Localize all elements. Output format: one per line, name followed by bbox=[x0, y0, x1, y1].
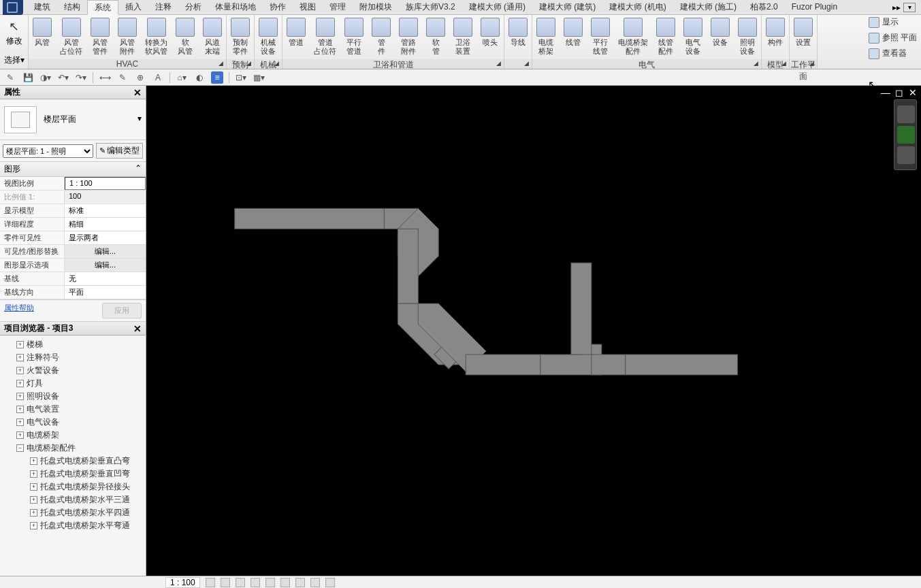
tree-node[interactable]: +火警设备 bbox=[1, 364, 144, 377]
tree-node[interactable]: +托盘式电缆桥架水平四通 bbox=[1, 506, 144, 519]
section-icon[interactable]: ◐ bbox=[193, 71, 206, 84]
ribbon-btn-0-6[interactable]: 风道末端 bbox=[199, 15, 226, 59]
tree-node[interactable]: +托盘式电缆桥架水平弯通 bbox=[1, 519, 144, 532]
tab-1[interactable]: 结构 bbox=[57, 0, 87, 14]
close-icon[interactable]: ✕ bbox=[133, 323, 142, 334]
ribbon-btn-5-5[interactable]: 电气设备 bbox=[679, 15, 707, 59]
ribbon-btn-3-1[interactable]: 管道占位符 bbox=[310, 15, 340, 59]
close-icon[interactable]: ✕ bbox=[133, 87, 142, 98]
prop-row[interactable]: 图形显示选项编辑... bbox=[0, 259, 146, 272]
3d-icon[interactable]: ⌂▾ bbox=[176, 71, 188, 84]
tab-8[interactable]: 视图 bbox=[293, 0, 323, 14]
tab-0[interactable]: 建筑 bbox=[27, 0, 57, 14]
ribbon-btn-3-2[interactable]: 平行管道 bbox=[340, 15, 368, 59]
ribbon-btn-4-0[interactable]: 导线 bbox=[504, 15, 532, 50]
ribbon-btn-2-0[interactable]: 机械设备 bbox=[255, 15, 282, 59]
properties-help-link[interactable]: 属性帮助 bbox=[4, 303, 34, 318]
show-button[interactable]: 显示 bbox=[869, 16, 917, 28]
status-icon[interactable] bbox=[325, 578, 335, 587]
ribbon-btn-1-0[interactable]: 预制零件 bbox=[227, 15, 254, 59]
modify-tool[interactable]: ↖ bbox=[7, 18, 22, 35]
ribbon-group-label[interactable]: 预制◢ bbox=[227, 59, 254, 69]
tree-node[interactable]: −电缆桥架配件 bbox=[1, 442, 144, 455]
open-icon[interactable]: ✎ bbox=[4, 71, 16, 84]
status-icon[interactable] bbox=[251, 578, 260, 587]
ref-plane-button[interactable]: 参照 平面 bbox=[869, 32, 917, 44]
ribbon-btn-5-1[interactable]: 线管 bbox=[560, 15, 587, 50]
tab-6[interactable]: 体量和场地 bbox=[208, 0, 263, 14]
tab-3[interactable]: 插入 bbox=[118, 0, 148, 14]
tab-11[interactable]: 族库大师V3.2 bbox=[399, 0, 462, 14]
undo-icon[interactable]: ↶▾ bbox=[57, 71, 69, 84]
tree-node[interactable]: +注释符号 bbox=[1, 351, 144, 364]
status-icon[interactable] bbox=[280, 578, 290, 587]
drawing-viewport[interactable]: — ◻ ✕ bbox=[146, 86, 921, 576]
ribbon-btn-5-2[interactable]: 平行线管 bbox=[587, 15, 614, 59]
view-scale[interactable]: 1 : 100 bbox=[165, 577, 200, 588]
ribbon-btn-5-0[interactable]: 电缆桥架 bbox=[532, 15, 560, 59]
prop-row[interactable]: 零件可见性显示两者 bbox=[0, 231, 146, 245]
edit-type-button[interactable]: ✎ 编辑类型 bbox=[96, 143, 143, 159]
tree-node[interactable]: +楼梯 bbox=[1, 338, 144, 351]
ribbon-btn-5-3[interactable]: 电缆桥架配件 bbox=[614, 15, 652, 59]
ribbon-btn-0-2[interactable]: 风管管件 bbox=[86, 15, 114, 59]
tab-16[interactable]: 柏慕2.0 bbox=[743, 0, 785, 14]
ribbon-btn-3-6[interactable]: 卫浴装置 bbox=[449, 15, 476, 59]
ribbon-btn-5-4[interactable]: 线管配件 bbox=[652, 15, 679, 59]
status-icon[interactable] bbox=[221, 578, 230, 587]
ribbon-group-label[interactable]: 电气◢ bbox=[532, 59, 761, 69]
ribbon-btn-7-0[interactable]: 设置 bbox=[790, 15, 817, 50]
ribbon-group-label[interactable]: 模型◢ bbox=[762, 59, 789, 69]
thin-lines-icon[interactable]: ≡ bbox=[211, 71, 223, 84]
tree-node[interactable]: +托盘式电缆桥架垂直凹弯 bbox=[1, 468, 144, 480]
tab-10[interactable]: 附加模块 bbox=[353, 0, 399, 14]
text-icon[interactable]: A bbox=[152, 71, 164, 84]
save-icon[interactable]: 💾 bbox=[22, 71, 34, 84]
align-icon[interactable]: ✎ bbox=[116, 71, 129, 84]
prop-row[interactable]: 显示模型标准 bbox=[0, 204, 146, 218]
tree-node[interactable]: +托盘式电缆桥架垂直凸弯 bbox=[1, 455, 144, 468]
ribbon-btn-0-5[interactable]: 软风管 bbox=[172, 15, 199, 59]
tab-15[interactable]: 建模大师 (施工) bbox=[673, 0, 743, 14]
tree-node[interactable]: +照明设备 bbox=[1, 390, 144, 403]
tab-9[interactable]: 管理 bbox=[323, 0, 353, 14]
dim-icon[interactable]: ⊕ bbox=[134, 71, 146, 84]
apply-button[interactable]: 应用 bbox=[102, 303, 142, 318]
type-selector[interactable]: 楼层平面▾ bbox=[44, 114, 142, 125]
status-icon[interactable] bbox=[236, 578, 245, 587]
redo-icon[interactable]: ↷▾ bbox=[75, 71, 87, 84]
ribbon-btn-5-6[interactable]: 设备 bbox=[707, 15, 734, 50]
ribbon-btn-3-4[interactable]: 管路附件 bbox=[395, 15, 422, 59]
ribbon-btn-3-0[interactable]: 管道 bbox=[282, 15, 310, 50]
app-logo[interactable] bbox=[3, 0, 23, 15]
ribbon-group-label[interactable]: 工作平面◢ bbox=[790, 59, 817, 69]
tab-13[interactable]: 建模大师 (建筑) bbox=[532, 0, 602, 14]
tree-node[interactable]: +灯具 bbox=[1, 377, 144, 390]
ribbon-btn-3-5[interactable]: 软管 bbox=[422, 15, 449, 59]
ribbon-group-label[interactable]: HVAC◢ bbox=[29, 59, 226, 69]
tree-node[interactable]: +电气设备 bbox=[1, 416, 144, 429]
measure-icon[interactable]: ⟷ bbox=[99, 71, 111, 84]
prop-row[interactable]: 可见性/图形替换编辑... bbox=[0, 245, 146, 259]
close-hidden-icon[interactable]: ⊡▾ bbox=[235, 71, 247, 84]
ribbon-group-label[interactable]: 卫浴和管道◢ bbox=[282, 59, 504, 69]
prop-row[interactable]: 基线方向平面 bbox=[0, 286, 146, 299]
ribbon-btn-0-4[interactable]: 转换为软风管 bbox=[141, 15, 172, 59]
instance-selector[interactable]: 楼层平面: 1 - 照明 bbox=[3, 144, 93, 158]
tree-node[interactable]: +托盘式电缆桥架水平三通 bbox=[1, 493, 144, 506]
ribbon-btn-6-0[interactable]: 构件 bbox=[762, 15, 789, 50]
tree-node[interactable]: +托盘式电缆桥架异径接头 bbox=[1, 480, 144, 493]
viewer-button[interactable]: 查看器 bbox=[869, 48, 917, 59]
prop-row[interactable]: 详细程度精细 bbox=[0, 218, 146, 231]
tab-5[interactable]: 分析 bbox=[178, 0, 208, 14]
ribbon-group-label[interactable]: 机械◢ bbox=[255, 59, 282, 69]
status-icon[interactable] bbox=[310, 578, 320, 587]
ribbon-btn-0-0[interactable]: 风管 bbox=[29, 15, 56, 50]
sync-icon[interactable]: ◑▾ bbox=[39, 71, 52, 84]
ribbon-btn-0-1[interactable]: 风管占位符 bbox=[56, 15, 86, 59]
tab-overflow[interactable]: ▸▸▾ bbox=[890, 3, 921, 12]
ribbon-btn-5-7[interactable]: 照明设备 bbox=[734, 15, 761, 59]
status-icon[interactable] bbox=[295, 578, 305, 587]
prop-row[interactable]: 视图比例1 : 100 bbox=[0, 177, 146, 191]
ribbon-group-label[interactable]: ◢ bbox=[504, 59, 532, 69]
